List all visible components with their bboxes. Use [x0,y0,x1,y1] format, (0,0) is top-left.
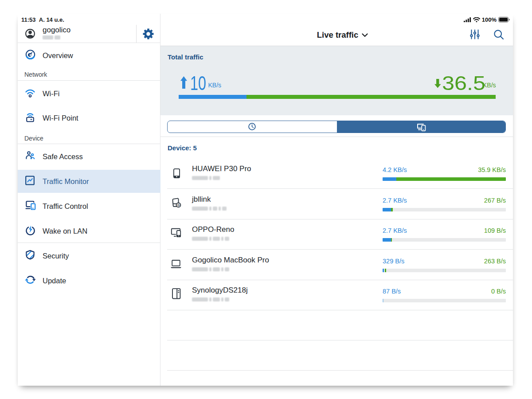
svg-text:G: G [177,203,180,207]
